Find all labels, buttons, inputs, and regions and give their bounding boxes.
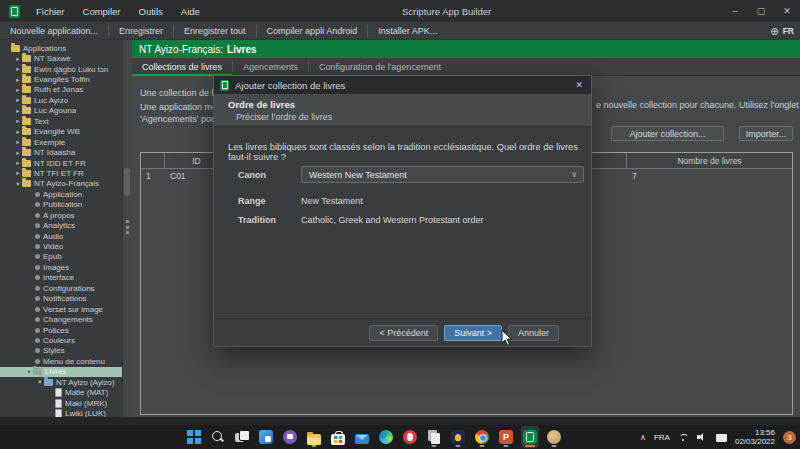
taskbar-item-store[interactable] xyxy=(329,426,347,448)
tree-item-changements[interactable]: Changements xyxy=(0,314,122,324)
tree-item-audio[interactable]: Audio xyxy=(0,231,122,241)
taskbar-clock[interactable]: 13:56 02/03/2022 xyxy=(735,428,775,446)
taskbar-item-mail[interactable] xyxy=(353,426,371,448)
tree-item-epub[interactable]: Epub xyxy=(0,252,122,262)
tree-item-text[interactable]: ▸Text xyxy=(0,116,122,126)
menu-outils[interactable]: Outils xyxy=(130,0,172,22)
tree-item-ewin-gb-luku-t-n[interactable]: ▸Ewin ɖàgbò Luku tɔn xyxy=(0,64,122,74)
notification-badge[interactable]: 3 xyxy=(783,431,796,444)
tree-item-evangile-wb[interactable]: ▸Evangile WB xyxy=(0,127,122,137)
add-collection-button[interactable]: Ajouter collection... xyxy=(611,126,724,141)
sidebar-scrollbar-thumb[interactable] xyxy=(124,168,130,196)
tree-item-configurations[interactable]: Configurations xyxy=(0,283,122,293)
tree-item-analytics[interactable]: Analytics xyxy=(0,220,122,230)
tree-item-exemple[interactable]: ▸Exemple xyxy=(0,137,122,147)
menu-aide[interactable]: Aide xyxy=(172,0,209,22)
section-header-project: NT Ayizo-Français: xyxy=(139,44,223,55)
import-button[interactable]: Importer... xyxy=(739,126,793,141)
tree-item-label: Publication xyxy=(43,200,82,209)
tree-item-luc-ayizo[interactable]: ▸Luc Ayizo xyxy=(0,95,122,105)
tree-item-applications[interactable]: Applications xyxy=(0,43,122,53)
tree-item-ruth-et-jonas[interactable]: ▸Ruth et Jonas xyxy=(0,85,122,95)
tree-item-maki-mrk[interactable]: Maki (MRK) xyxy=(0,398,122,408)
dialog-step-subtitle: Préciser l'ordre de livres xyxy=(236,112,591,122)
open-app-indicator xyxy=(432,445,437,447)
tree-item-evangiles-toffin[interactable]: ▸Evangiles Toffin xyxy=(0,74,122,84)
tree-item-nt-idd-et-fr[interactable]: ▸NT IDD ET FR xyxy=(0,158,122,168)
taskbar-item-powerpoint[interactable]: P xyxy=(497,426,515,448)
keyboard-language-indicator[interactable]: FRA xyxy=(654,433,670,442)
taskbar-item-file-explorer[interactable] xyxy=(305,426,323,448)
taskbar-item-task-view[interactable] xyxy=(233,426,251,448)
taskbar-item-purple-app[interactable] xyxy=(281,426,299,448)
menu-fichier[interactable]: Fichier xyxy=(27,0,74,22)
bullet-icon xyxy=(35,348,40,353)
bullet-icon xyxy=(35,192,40,197)
section-header-section: Livres xyxy=(227,44,256,55)
folder-icon xyxy=(22,97,31,104)
battery-icon[interactable] xyxy=(716,432,727,442)
volume-icon[interactable] xyxy=(697,432,708,442)
cancel-button[interactable]: Annuler xyxy=(508,325,559,341)
opera-icon xyxy=(403,430,417,444)
taskbar-item-tan-app[interactable] xyxy=(545,426,563,448)
widgets-icon xyxy=(259,430,273,444)
next-button[interactable]: Suivant > xyxy=(444,325,502,341)
taskbar-item-start[interactable] xyxy=(185,426,203,448)
wifi-icon[interactable] xyxy=(678,432,689,442)
tab-agencements[interactable]: Agencements xyxy=(233,58,308,75)
tray-chevron-up-icon[interactable]: ∧ xyxy=(640,433,646,442)
dialog-close-icon[interactable]: ✕ xyxy=(575,76,583,94)
col-nombre-de-livres[interactable]: Nombre de livres xyxy=(627,153,792,168)
taskbar-item-media-app[interactable] xyxy=(449,426,467,448)
tree-item-nt-tfi-et-fr[interactable]: ▸NT TFI ET FR xyxy=(0,168,122,178)
close-button[interactable]: ✕ xyxy=(774,0,800,22)
tree-item-nt-saxw[interactable]: ▸NT Saxwè xyxy=(0,53,122,63)
tree-item-luc-agouna[interactable]: ▸Luc Agouna xyxy=(0,106,122,116)
taskbar-item-widgets[interactable] xyxy=(257,426,275,448)
tree-item-menu-de-contenu[interactable]: Menu de contenu xyxy=(0,356,122,366)
toolbar-button-enregistrer-tout[interactable]: Enregistrer tout xyxy=(174,22,256,39)
sidebar-splitter[interactable] xyxy=(122,40,132,417)
tab-collections-de-livres[interactable]: Collections de livres xyxy=(132,58,232,75)
tree-item-interface[interactable]: Interface xyxy=(0,273,122,283)
tree-item-nt-ayizo-fran-ais[interactable]: ▾NT Ayizo-Français xyxy=(0,179,122,189)
taskbar-item-search[interactable] xyxy=(209,426,227,448)
tree-item-couleurs[interactable]: Couleurs xyxy=(0,335,122,345)
tree-item-lwiki-luk[interactable]: Lwiki (LUK) xyxy=(0,408,122,417)
tree-item-polices[interactable]: Polices xyxy=(0,325,122,335)
tree-item-vid-o[interactable]: Vidéo xyxy=(0,241,122,251)
toolbar-button-installer-apk[interactable]: Installer APK... xyxy=(368,22,447,39)
maximize-button[interactable]: ▢ xyxy=(748,0,774,22)
taskbar-item-documents-app[interactable] xyxy=(425,426,443,448)
tree-item-styles[interactable]: Styles xyxy=(0,346,122,356)
minimize-button[interactable]: – xyxy=(722,0,748,22)
tab-configuration-de-l-agencement[interactable]: Configuration de l'agencement xyxy=(309,58,451,75)
toolbar-button-enregistrer[interactable]: Enregistrer xyxy=(109,22,173,39)
taskbar-item-edge[interactable] xyxy=(377,426,395,448)
tree-item-nt-idaasha[interactable]: ▸NT Idaasha xyxy=(0,147,122,157)
tree-item-matie-mat[interactable]: Matie (MAT) xyxy=(0,387,122,397)
tree-item-nt-ayizo-ayizo[interactable]: ▾NT Ayizo (Ayizo) xyxy=(0,377,122,387)
canon-select[interactable]: Western New Testament ∨ xyxy=(301,166,584,183)
ui-language-label[interactable]: FR xyxy=(783,26,794,36)
taskbar-item-scripture-app-builder[interactable] xyxy=(521,426,539,448)
taskbar-item-opera[interactable] xyxy=(401,426,419,448)
tree-item-livres[interactable]: ▾Livres xyxy=(0,367,122,377)
tree-item-a-propos[interactable]: A propos xyxy=(0,210,122,220)
tree-item-application[interactable]: Application xyxy=(0,189,122,199)
tree-item-label: Polices xyxy=(43,326,69,335)
tree-item-verset-sur-image[interactable]: Verset sur image xyxy=(0,304,122,314)
taskbar-item-chrome[interactable] xyxy=(473,426,491,448)
tree-item-images[interactable]: Images xyxy=(0,262,122,272)
open-app-indicator xyxy=(480,445,485,447)
bullet-icon xyxy=(35,234,40,239)
toolbar-button-compiler-appli-android[interactable]: Compiler appli Android xyxy=(257,22,368,39)
globe-icon: ⊕ xyxy=(770,26,778,37)
menu-compiler[interactable]: Compiler xyxy=(74,0,130,22)
previous-button[interactable]: < Précédent xyxy=(369,325,438,341)
tree-item-publication[interactable]: Publication xyxy=(0,200,122,210)
tree-item-label: Livres xyxy=(45,367,66,376)
toolbar-button-nouvelle-application[interactable]: Nouvelle application... xyxy=(0,22,108,39)
tree-item-notifications[interactable]: Notifications xyxy=(0,294,122,304)
